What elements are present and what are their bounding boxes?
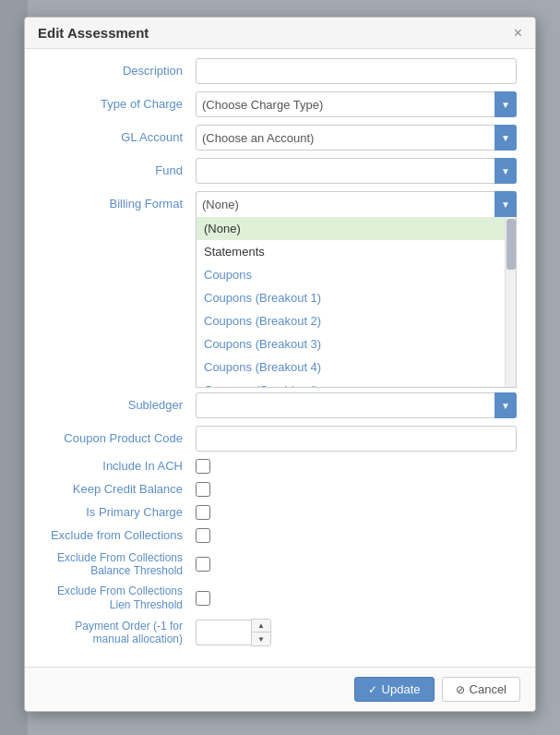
include-in-ach-checkbox-wrapper bbox=[196, 459, 210, 474]
type-of-charge-label: Type of Charge bbox=[43, 97, 196, 113]
exclude-from-collections-checkbox[interactable] bbox=[196, 528, 210, 543]
billing-format-option-coupons-combined[interactable]: Coupons (Combined) bbox=[197, 379, 516, 388]
is-primary-charge-checkbox-wrapper bbox=[196, 505, 210, 520]
description-label: Description bbox=[43, 64, 196, 79]
subledger-select-wrapper: ▼ bbox=[196, 392, 517, 418]
description-row: Description bbox=[43, 58, 517, 84]
fund-select[interactable] bbox=[196, 158, 517, 184]
dropdown-scrollbar-thumb bbox=[506, 219, 516, 270]
billing-format-option-statements[interactable]: Statements bbox=[197, 240, 516, 263]
gl-account-row: GL Account (Choose an Account) ▼ bbox=[43, 125, 517, 151]
cancel-icon: ⊘ bbox=[456, 683, 465, 696]
include-in-ach-label: Include In ACH bbox=[43, 459, 196, 475]
exclude-from-collections-row: Exclude from Collections bbox=[43, 528, 517, 544]
gl-account-select[interactable]: (Choose an Account) bbox=[196, 125, 517, 151]
subledger-row: Subledger ▼ bbox=[43, 392, 517, 418]
payment-order-increment-button[interactable]: ▲ bbox=[252, 620, 270, 633]
billing-format-option-coupons-b1[interactable]: Coupons (Breakout 1) bbox=[197, 286, 516, 309]
billing-format-option-coupons-b2[interactable]: Coupons (Breakout 2) bbox=[197, 309, 516, 332]
billing-format-option-none[interactable]: (None) bbox=[197, 217, 516, 240]
subledger-label: Subledger bbox=[43, 398, 196, 414]
exclude-balance-threshold-row: Exclude From Collections Balance Thresho… bbox=[43, 551, 517, 578]
cancel-button[interactable]: ⊘ Cancel bbox=[442, 677, 520, 702]
exclude-lien-threshold-row: Exclude From Collections Lien Threshold bbox=[43, 584, 517, 611]
exclude-lien-threshold-checkbox[interactable] bbox=[196, 591, 210, 606]
edit-assessment-modal: Edit Assessment × Description Type of Ch… bbox=[24, 17, 536, 712]
include-in-ach-checkbox[interactable] bbox=[196, 459, 210, 474]
payment-order-spinner-wrapper: 0 ▲ ▼ bbox=[196, 619, 271, 646]
payment-order-row: Payment Order (-1 for manual allocation)… bbox=[43, 619, 517, 646]
gl-account-label: GL Account bbox=[43, 130, 196, 146]
modal-title: Edit Assessment bbox=[38, 25, 149, 41]
update-icon: ✓ bbox=[368, 683, 377, 696]
gl-account-select-wrapper: (Choose an Account) ▼ bbox=[196, 125, 517, 151]
payment-order-decrement-button[interactable]: ▼ bbox=[252, 633, 270, 645]
exclude-balance-threshold-checkbox[interactable] bbox=[196, 557, 210, 572]
type-of-charge-select-wrapper: (Choose Charge Type) ▼ bbox=[196, 91, 517, 117]
exclude-lien-threshold-checkbox-wrapper bbox=[196, 591, 210, 606]
fund-row: Fund ▼ bbox=[43, 158, 517, 184]
coupon-product-code-row: Coupon Product Code bbox=[43, 426, 517, 452]
payment-order-label: Payment Order (-1 for manual allocation) bbox=[43, 620, 196, 646]
dropdown-scrollbar[interactable] bbox=[505, 217, 516, 388]
coupon-product-code-label: Coupon Product Code bbox=[43, 431, 196, 447]
modal-body: Description Type of Charge (Choose Charg… bbox=[25, 49, 535, 667]
type-of-charge-select[interactable]: (Choose Charge Type) bbox=[196, 91, 517, 117]
description-input[interactable] bbox=[196, 58, 517, 84]
keep-credit-balance-checkbox[interactable] bbox=[196, 482, 210, 497]
exclude-from-collections-label: Exclude from Collections bbox=[43, 528, 196, 544]
payment-order-input[interactable]: 0 bbox=[196, 620, 251, 645]
billing-format-label: Billing Format bbox=[43, 197, 196, 212]
subledger-select[interactable] bbox=[196, 392, 517, 418]
exclude-from-collections-checkbox-wrapper bbox=[196, 528, 210, 543]
billing-format-select[interactable]: (None) bbox=[196, 191, 517, 217]
billing-format-option-coupons[interactable]: Coupons bbox=[197, 263, 516, 286]
keep-credit-balance-row: Keep Credit Balance bbox=[43, 482, 517, 498]
exclude-balance-threshold-checkbox-wrapper bbox=[196, 557, 210, 572]
billing-format-option-coupons-b3[interactable]: Coupons (Breakout 3) bbox=[197, 332, 516, 355]
billing-format-dropdown: (None) Statements Coupons Coupons (Break… bbox=[196, 217, 517, 388]
type-of-charge-row: Type of Charge (Choose Charge Type) ▼ bbox=[43, 91, 517, 117]
billing-format-option-coupons-b4[interactable]: Coupons (Breakout 4) bbox=[197, 355, 516, 379]
keep-credit-balance-checkbox-wrapper bbox=[196, 482, 210, 497]
fund-label: Fund bbox=[43, 163, 196, 179]
cancel-label: Cancel bbox=[470, 682, 506, 696]
fund-select-wrapper: ▼ bbox=[196, 158, 517, 184]
exclude-lien-threshold-label: Exclude From Collections Lien Threshold bbox=[43, 584, 196, 611]
modal-header: Edit Assessment × bbox=[25, 18, 535, 49]
include-in-ach-row: Include In ACH bbox=[43, 459, 517, 475]
is-primary-charge-row: Is Primary Charge bbox=[43, 505, 517, 521]
update-button[interactable]: ✓ Update bbox=[354, 677, 435, 702]
coupon-product-code-input[interactable] bbox=[196, 426, 517, 452]
is-primary-charge-label: Is Primary Charge bbox=[43, 505, 196, 521]
modal-close-button[interactable]: × bbox=[514, 26, 522, 41]
billing-format-row: Billing Format (None) ▼ (None) Statement… bbox=[43, 191, 517, 217]
modal-footer: ✓ Update ⊘ Cancel bbox=[25, 667, 535, 711]
keep-credit-balance-label: Keep Credit Balance bbox=[43, 482, 196, 498]
billing-format-select-wrapper: (None) ▼ (None) Statements Coupons Coupo… bbox=[196, 191, 517, 217]
update-label: Update bbox=[382, 682, 421, 696]
exclude-balance-threshold-label: Exclude From Collections Balance Thresho… bbox=[43, 551, 196, 578]
is-primary-charge-checkbox[interactable] bbox=[196, 505, 210, 520]
payment-order-spinner-buttons: ▲ ▼ bbox=[251, 619, 271, 646]
